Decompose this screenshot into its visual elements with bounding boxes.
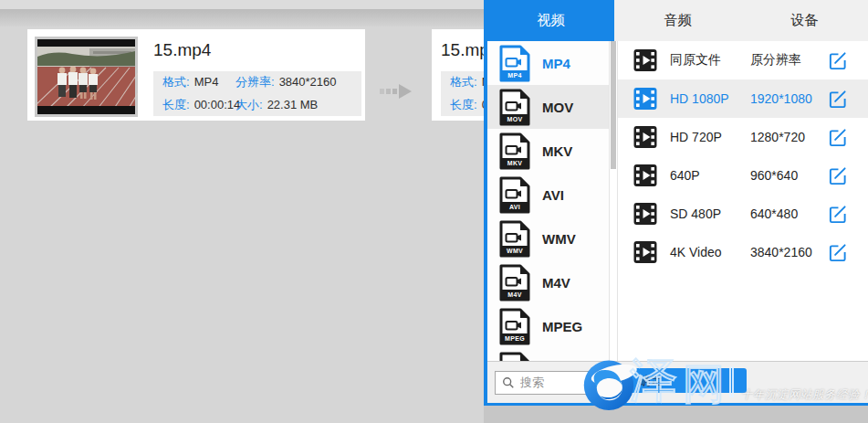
search-icon [502,376,515,389]
tab-video[interactable]: 视频 [487,0,614,41]
format-item-mkv[interactable]: MKV MKV [487,129,609,173]
confirm-button[interactable]: 确定 [619,368,747,393]
video-file-icon: WMV [499,220,530,258]
convert-arrow-icon [380,81,416,101]
video-file-icon: MOV [499,89,530,126]
video-item-source[interactable]: 15.mp4 格式:MP4 分辨率:3840*2160 长度:00:00:14 … [27,29,365,121]
source-format: 格式:MP4 [162,74,235,90]
edit-profile-button[interactable] [828,205,847,224]
edit-profile-button[interactable] [828,51,847,70]
scrollbar-thumb[interactable] [611,41,616,169]
source-size: 大小:22.31 MB [235,97,352,113]
quality-item-hd-1080p[interactable]: HD 1080P 1920*1080 [618,79,868,118]
format-item-mp4[interactable]: MP4 MP4 [487,41,609,85]
format-item-m4v[interactable]: M4V M4V [487,260,609,304]
format-item-avi[interactable]: AVI AVI [487,173,609,217]
edit-profile-button[interactable] [828,128,847,147]
video-thumbnail [35,37,138,117]
format-picker-panel: 视频 音频 设备 MP4 MP4 MOV MOV [484,0,868,406]
format-item-wmv[interactable]: WMV WMV [487,217,609,260]
filmstrip-icon [633,164,657,187]
source-file-name: 15.mp4 [153,40,211,60]
quality-item-sd-480p[interactable]: SD 480P 640*480 [618,195,868,233]
filmstrip-icon [633,202,657,226]
window-bottom-edge [484,406,868,423]
video-file-icon: AVI [499,176,530,214]
app-window: 15.mp4 格式:MP4 分辨率:3840*2160 长度:00:00:14 … [0,0,868,423]
source-duration: 长度:00:00:14 [162,97,235,113]
search-box[interactable] [495,371,613,395]
format-item-mpeg[interactable]: MPEG MPEG [487,304,609,348]
quality-item-same-as-source[interactable]: 同原文件 原分辨率 [618,41,868,79]
format-list: MP4 MP4 MOV MOV MKV MKV [487,41,609,361]
filmstrip-icon [633,240,657,264]
format-item-mov[interactable]: MOV MOV [487,85,609,129]
source-resolution: 分辨率:3840*2160 [235,74,352,90]
tab-device[interactable]: 设备 [741,0,868,41]
format-item-partial[interactable] [487,348,609,361]
tab-audio[interactable]: 音频 [614,0,741,41]
video-file-icon [499,352,530,362]
video-file-icon: MKV [499,132,530,170]
edit-profile-button[interactable] [828,243,847,262]
filmstrip-icon [633,125,657,149]
format-list-scrollbar[interactable] [609,41,618,361]
video-file-icon: MPEG [499,308,530,345]
filmstrip-icon [633,48,657,72]
quality-list: 同原文件 原分辨率 HD 1080P 1920*1080 [618,41,868,361]
edit-profile-button[interactable] [828,90,847,109]
search-input[interactable] [520,375,606,389]
filmstrip-icon [633,87,657,111]
confirm-button-label: 确定 [639,373,663,389]
video-file-icon: M4V [499,264,530,301]
quality-item-640p[interactable]: 640P 960*640 [618,156,868,195]
edit-profile-button[interactable] [828,166,847,185]
quality-item-hd-720p[interactable]: HD 720P 1280*720 [618,118,868,156]
source-meta-box: 格式:MP4 分辨率:3840*2160 长度:00:00:14 大小:22.3… [153,71,361,116]
quality-item-4k-video[interactable]: 4K Video 3840*2160 [618,233,868,271]
panel-tabs: 视频 音频 设备 [487,0,868,41]
video-file-icon: MP4 [499,45,530,82]
